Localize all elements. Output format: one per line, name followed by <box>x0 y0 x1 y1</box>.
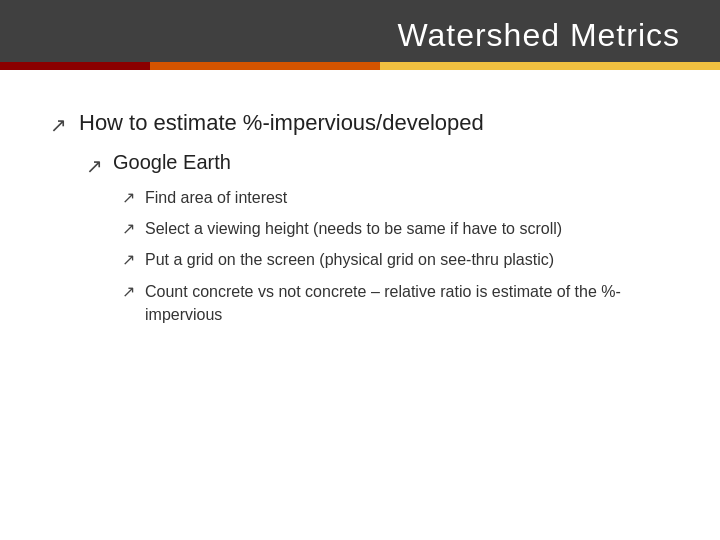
content-area: ↗ How to estimate %-impervious/developed… <box>0 70 720 540</box>
arrow-icon-level3-2: ↗ <box>122 219 135 238</box>
arrow-icon-level3-3: ↗ <box>122 250 135 269</box>
slide-title: Watershed Metrics <box>397 17 680 54</box>
bullet-level3-grid: ↗ Put a grid on the screen (physical gri… <box>122 248 670 271</box>
slide: Watershed Metrics ↗ How to estimate %-im… <box>0 0 720 540</box>
bullet-level3-viewing-height: ↗ Select a viewing height (needs to be s… <box>122 217 670 240</box>
bullet1-1-3-text: Put a grid on the screen (physical grid … <box>145 248 554 271</box>
header-accent-bar <box>0 62 720 70</box>
arrow-icon-level2: ↗ <box>86 154 103 178</box>
accent-yellow <box>380 62 720 70</box>
bullet1-text: How to estimate %-impervious/developed <box>79 110 484 136</box>
level3-bullets: ↗ Find area of interest ↗ Select a viewi… <box>122 186 670 332</box>
bullet1-1-text: Google Earth <box>113 151 231 174</box>
bullet-level3-find-area: ↗ Find area of interest <box>122 186 670 209</box>
bullet-level1-how-to: ↗ How to estimate %-impervious/developed <box>50 110 670 137</box>
level2-bullets: ↗ Google Earth ↗ Find area of interest ↗… <box>86 151 670 332</box>
bullet1-1-4-text: Count concrete vs not concrete – relativ… <box>145 280 670 326</box>
bullet1-1-2-text: Select a viewing height (needs to be sam… <box>145 217 562 240</box>
bullet-level2-google-earth: ↗ Google Earth <box>86 151 670 178</box>
bullet-level3-count-concrete: ↗ Count concrete vs not concrete – relat… <box>122 280 670 326</box>
arrow-icon-level3-1: ↗ <box>122 188 135 207</box>
accent-orange <box>150 62 380 70</box>
arrow-icon-level3-4: ↗ <box>122 282 135 301</box>
bullet1-1-1-text: Find area of interest <box>145 186 287 209</box>
header: Watershed Metrics <box>0 0 720 70</box>
arrow-icon-level1: ↗ <box>50 113 67 137</box>
accent-dark-red <box>0 62 150 70</box>
